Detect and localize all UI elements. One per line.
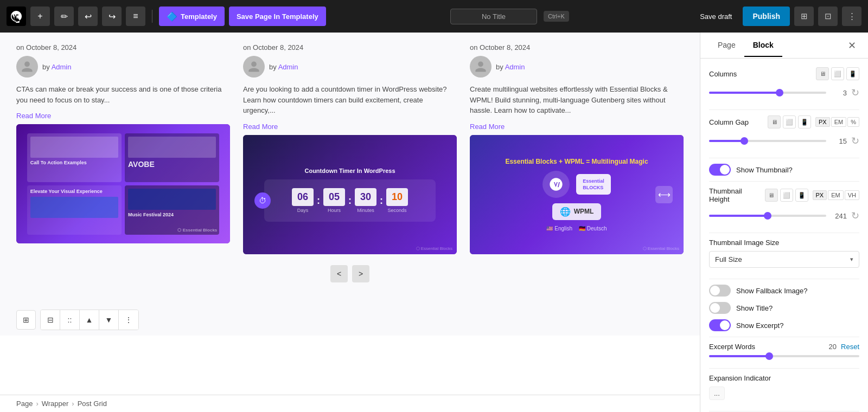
column-gap-slider-thumb[interactable] — [741, 137, 748, 145]
thumbnail-height-slider-thumb[interactable] — [764, 212, 771, 220]
add-block-button[interactable]: + — [30, 7, 50, 26]
next-page-button[interactable]: > — [352, 265, 369, 282]
block-ctrl-down-button[interactable]: ▼ — [99, 310, 119, 330]
desktop-icon[interactable]: 🖥 — [816, 67, 829, 80]
read-more-3[interactable]: Read More — [470, 123, 684, 131]
countdown-hours-label: Hours — [323, 208, 345, 213]
panel-content[interactable]: Columns 🖥 ⬜ 📱 3 ↻ — [700, 59, 868, 412]
thumbnail-height-header: Thumbnail Height 🖥 ⬜ 📱 PX EM VH — [709, 187, 859, 203]
thumb-size-dropdown[interactable]: Full Size ▾ — [709, 251, 859, 268]
more-options-button[interactable]: ⋮ — [842, 7, 861, 26]
show-thumbnail-toggle[interactable] — [709, 164, 731, 176]
section-excerpt-words: Excerpt Words 20 Reset — [709, 343, 859, 357]
editor-canvas[interactable]: on October 8, 2024 by Admin CTAs can mak… — [0, 33, 700, 412]
by-author-3: by Admin — [496, 63, 525, 71]
columns-slider-track[interactable] — [709, 92, 826, 94]
thumb-visual-3: Essential Blocks + WPML = Multilingual M… — [470, 135, 684, 254]
tab-block[interactable]: Block — [744, 34, 782, 57]
excerpt-words-slider[interactable] — [709, 355, 859, 357]
author-link-1[interactable]: Admin — [52, 63, 72, 71]
avatar-3 — [470, 56, 492, 78]
post-date-1: on October 8, 2024 — [16, 43, 230, 52]
thumb-visual-2: Countdown Timer In WordPress ⏱ 06 Days — [243, 135, 457, 254]
mobile-icon[interactable]: 📱 — [846, 67, 859, 80]
thumb-card-3: Elevate Your Visual Experience — [27, 185, 122, 235]
page-title-input[interactable]: No Title — [450, 9, 537, 24]
mobile-icon-th[interactable]: 📱 — [795, 189, 808, 202]
show-thumbnail-label: Show Thumbnail? — [736, 166, 793, 174]
block-ctrl-more-button[interactable]: ⋮ — [119, 310, 138, 330]
layout-view-button[interactable]: ⊞ — [794, 7, 814, 26]
thumbnail-height-reset[interactable]: ↻ — [851, 210, 859, 222]
publish-button[interactable]: Publish — [743, 7, 790, 26]
thumb-card-title-4: Music Festival 2024 — [128, 212, 216, 218]
save-page-templately-button[interactable]: Save Page In Templately — [229, 7, 326, 26]
desktop-icon-th[interactable]: 🖥 — [765, 189, 778, 202]
block-ctrl-grid-button[interactable]: ⊞ — [16, 310, 36, 330]
device-icons-columns: 🖥 ⬜ 📱 — [816, 67, 859, 80]
templately-button[interactable]: 🔷 Templately — [159, 7, 225, 26]
more-menu-button[interactable]: ≡ — [126, 7, 145, 26]
columns-reset[interactable]: ↻ — [851, 87, 859, 99]
thumb-card-title-1: Call To Action Examples — [30, 160, 118, 166]
author-link-3[interactable]: Admin — [505, 63, 525, 71]
columns-slider-thumb[interactable] — [776, 89, 783, 96]
panel-close-button[interactable]: ✕ — [844, 38, 859, 53]
countdown-colon-3: : — [380, 195, 383, 213]
tab-page[interactable]: Page — [709, 34, 744, 57]
desktop-icon-gap[interactable]: 🖥 — [768, 115, 781, 128]
thumbnail-height-slider-row: 241 ↻ — [709, 210, 859, 222]
thumb-inner-1: Call To Action Examples AVOBE Elevate Yo… — [27, 133, 220, 235]
wp-logo-icon[interactable] — [7, 7, 26, 26]
block-ctrl-table-button[interactable]: ⊟ — [41, 310, 60, 330]
unit-em-th[interactable]: EM — [828, 190, 844, 200]
redo-button[interactable]: ↪ — [102, 7, 122, 26]
post-excerpt-3: Create multilingual websites effortlessl… — [470, 84, 684, 116]
countdown-days-num: 06 — [292, 188, 314, 206]
show-title-toggle[interactable] — [709, 302, 731, 314]
read-more-1[interactable]: Read More — [16, 112, 230, 120]
wpml-logos-row: Essential BLOCKS — [542, 171, 611, 198]
countdown-seconds: 10 Seconds — [386, 188, 408, 213]
block-ctrl-drag-button[interactable]: :: — [60, 310, 80, 330]
expansion-value[interactable]: ... — [709, 387, 725, 400]
tablet-icon-gap[interactable]: ⬜ — [783, 115, 796, 128]
excerpt-words-thumb[interactable] — [765, 352, 773, 360]
tablet-icon-th[interactable]: ⬜ — [780, 189, 793, 202]
breadcrumb-page[interactable]: Page — [16, 400, 33, 408]
countdown-minutes-num: 30 — [355, 188, 376, 206]
thumbnail-height-slider-track[interactable] — [709, 215, 826, 217]
block-ctrl-up-button[interactable]: ▲ — [80, 310, 99, 330]
post-excerpt-1: CTAs can make or break your success and … — [16, 84, 230, 105]
show-fallback-toggle[interactable] — [709, 285, 731, 297]
countdown-days: 06 Days — [292, 188, 314, 213]
settings-button[interactable]: ⊡ — [818, 7, 838, 26]
breadcrumb: Page › Wrapper › Post Grid — [0, 395, 700, 412]
mobile-icon-gap[interactable]: 📱 — [798, 115, 811, 128]
unit-pct-gap[interactable]: % — [847, 117, 859, 127]
read-more-2[interactable]: Read More — [243, 123, 457, 131]
unit-vh-th[interactable]: VH — [845, 190, 859, 200]
prev-page-button[interactable]: < — [330, 265, 348, 282]
column-gap-slider-track[interactable] — [709, 140, 826, 142]
excerpt-reset-button[interactable]: Reset — [841, 343, 859, 351]
undo-button[interactable]: ↩ — [78, 7, 98, 26]
shortcut-badge: Ctrl+K — [544, 11, 569, 22]
tablet-icon[interactable]: ⬜ — [831, 67, 844, 80]
excerpt-words-fill — [709, 355, 769, 357]
unit-em-gap[interactable]: EM — [831, 117, 847, 127]
show-title-knob — [710, 303, 720, 313]
show-excerpt-toggle[interactable] — [709, 319, 731, 331]
show-excerpt-row: Show Excerpt? — [709, 319, 859, 331]
column-gap-reset[interactable]: ↻ — [851, 135, 859, 147]
excerpt-words-value: 20 — [829, 343, 837, 351]
show-fallback-row: Show Fallback Image? — [709, 285, 859, 297]
unit-px-th[interactable]: PX — [813, 190, 827, 200]
author-link-2[interactable]: Admin — [278, 63, 298, 71]
breadcrumb-wrapper[interactable]: Wrapper — [42, 400, 69, 408]
edit-icon-button[interactable]: ✏ — [54, 7, 74, 26]
thumb-card-2: AVOBE — [125, 133, 219, 183]
thumbnail-height-label: Thumbnail Height — [709, 187, 761, 203]
save-draft-button[interactable]: Save draft — [693, 9, 738, 24]
unit-px-gap[interactable]: PX — [815, 117, 830, 127]
